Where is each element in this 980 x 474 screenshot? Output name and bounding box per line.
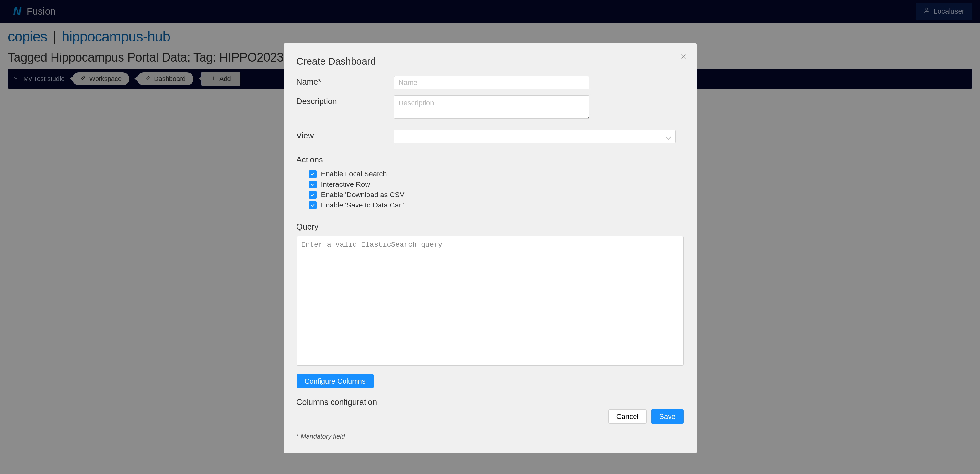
view-label: View: [296, 130, 394, 143]
actions-label: Actions: [296, 155, 684, 164]
modal-title: Create Dashboard: [296, 56, 684, 67]
create-dashboard-modal: Create Dashboard Name* Description View …: [283, 43, 697, 453]
checkbox-label: Interactive Row: [321, 180, 371, 189]
configure-columns-button[interactable]: Configure Columns: [296, 374, 374, 388]
checkbox-interactive-row[interactable]: Interactive Row: [296, 179, 684, 190]
checkbox-save-to-cart[interactable]: Enable 'Save to Data Cart': [296, 200, 684, 211]
checkbox-label: Enable Local Search: [321, 170, 387, 178]
checkbox-icon: [309, 170, 317, 178]
checkbox-download-csv[interactable]: Enable 'Download as CSV': [296, 190, 684, 200]
query-label: Query: [296, 222, 684, 231]
view-select[interactable]: [394, 130, 676, 143]
name-label: Name*: [296, 76, 394, 89]
checkbox-icon: [309, 180, 317, 188]
cancel-button[interactable]: Cancel: [608, 410, 646, 424]
save-button[interactable]: Save: [651, 410, 684, 424]
checkbox-label: Enable 'Save to Data Cart': [321, 201, 405, 209]
checkbox-icon: [309, 201, 317, 209]
mandatory-note: * Mandatory field: [296, 433, 684, 440]
modal-overlay: Create Dashboard Name* Description View …: [0, 0, 980, 474]
checkbox-icon: [309, 191, 317, 199]
name-input[interactable]: [394, 76, 590, 89]
checkbox-label: Enable 'Download as CSV': [321, 191, 406, 199]
description-label: Description: [296, 95, 394, 120]
columns-config-label: Columns configuration: [296, 397, 684, 407]
description-input[interactable]: [394, 95, 590, 119]
query-input[interactable]: [296, 236, 684, 366]
close-button[interactable]: [680, 53, 687, 62]
checkbox-enable-local-search[interactable]: Enable Local Search: [296, 169, 684, 179]
